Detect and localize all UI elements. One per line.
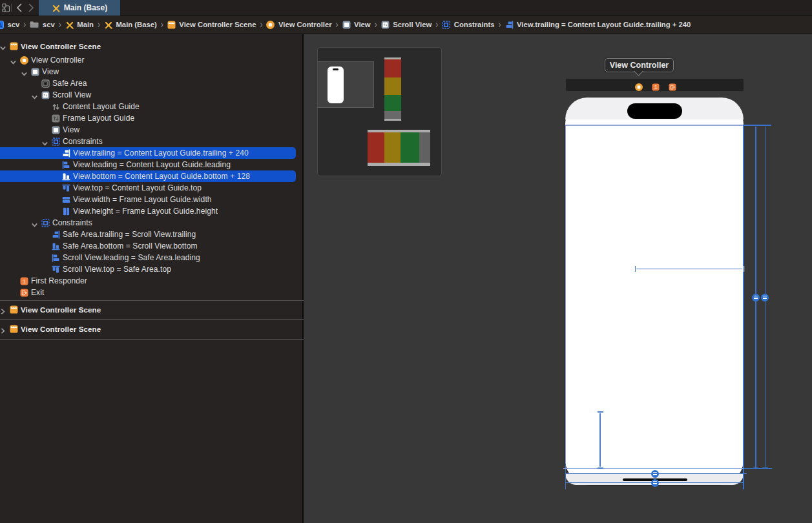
svg-text:1: 1 (23, 278, 26, 285)
svg-text:1: 1 (654, 84, 658, 90)
